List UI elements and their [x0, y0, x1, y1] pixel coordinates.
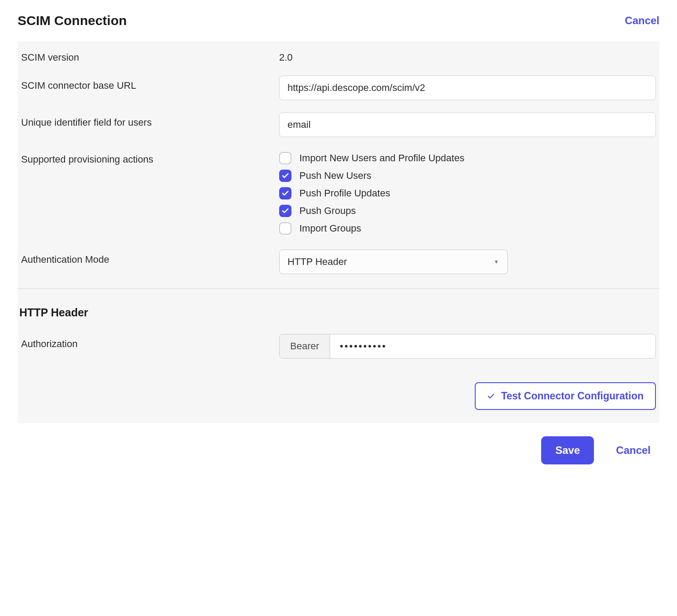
scim-version-label: SCIM version — [18, 47, 279, 63]
check-icon — [281, 207, 289, 215]
header-cancel-button[interactable]: Cancel — [625, 14, 659, 27]
provisioning-action-row: Push Profile Updates — [279, 185, 656, 202]
base-url-input[interactable] — [279, 76, 656, 100]
provisioning-action-label: Push New Users — [299, 170, 371, 181]
page-title: SCIM Connection — [18, 13, 127, 28]
test-connector-button[interactable]: Test Connector Configuration — [475, 382, 656, 410]
unique-id-input[interactable] — [279, 112, 656, 137]
provisioning-action-checkbox[interactable] — [279, 205, 291, 217]
provisioning-action-checkbox[interactable] — [279, 152, 291, 164]
check-icon — [281, 172, 289, 180]
actions-label: Supported provisioning actions — [18, 149, 279, 165]
authorization-prefix: Bearer — [280, 334, 330, 358]
provisioning-action-label: Push Profile Updates — [299, 188, 390, 199]
form-panel: SCIM version 2.0 SCIM connector base URL… — [18, 41, 659, 423]
check-icon — [281, 189, 289, 197]
http-header-section-title: HTTP Header — [18, 289, 659, 328]
provisioning-action-label: Push Groups — [299, 205, 356, 217]
check-icon — [487, 392, 495, 400]
save-button[interactable]: Save — [541, 436, 594, 464]
provisioning-action-checkbox[interactable] — [279, 222, 291, 235]
provisioning-action-row: Push Groups — [279, 202, 656, 220]
scim-version-value: 2.0 — [279, 47, 656, 63]
provisioning-action-row: Import New Users and Profile Updates — [279, 149, 656, 167]
provisioning-action-checkbox[interactable] — [279, 170, 291, 182]
auth-mode-label: Authentication Mode — [18, 250, 279, 265]
provisioning-action-label: Import New Users and Profile Updates — [299, 152, 464, 164]
authorization-label: Authorization — [18, 334, 279, 350]
base-url-label: SCIM connector base URL — [18, 76, 279, 91]
provisioning-action-row: Push New Users — [279, 167, 656, 185]
provisioning-action-row: Import Groups — [279, 220, 656, 237]
footer-cancel-button[interactable]: Cancel — [616, 444, 651, 457]
auth-mode-select[interactable]: HTTP Header — [279, 250, 508, 274]
unique-id-label: Unique identifier field for users — [18, 112, 279, 128]
provisioning-action-checkbox[interactable] — [279, 187, 291, 199]
test-connector-label: Test Connector Configuration — [501, 390, 644, 402]
provisioning-action-label: Import Groups — [299, 223, 361, 234]
authorization-input[interactable] — [330, 334, 655, 358]
